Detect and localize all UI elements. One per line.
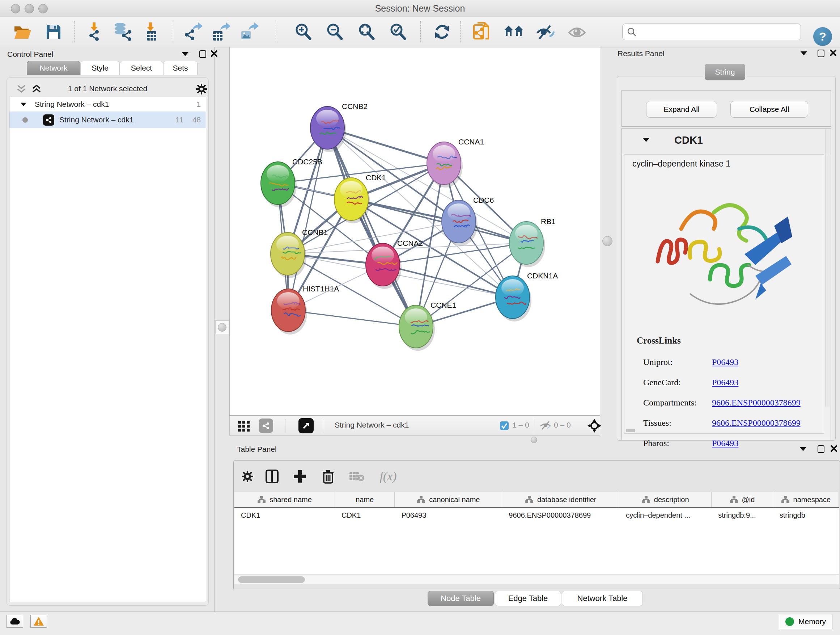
hide-selected-button[interactable] [534, 21, 557, 42]
export-network-button[interactable] [182, 21, 205, 42]
search-input[interactable] [639, 25, 796, 38]
hidden-eye-slash-icon[interactable] [539, 418, 552, 433]
gear-icon[interactable] [195, 83, 208, 95]
fit-content-crosshair-icon[interactable] [587, 418, 602, 433]
section-expander-icon[interactable] [643, 138, 649, 142]
zoom-selected-button[interactable] [386, 21, 409, 42]
export-table-button[interactable] [210, 21, 233, 42]
edge-CCNB2-CCNE1[interactable] [327, 128, 416, 326]
tab-network-table[interactable]: Network Table [562, 591, 643, 606]
collapse-panel-icon[interactable] [801, 51, 807, 55]
close-panel-icon[interactable] [211, 50, 218, 57]
network-snapshot-button[interactable] [470, 21, 493, 42]
results-hscroll-thumb[interactable] [626, 429, 635, 432]
import-network-button[interactable] [83, 21, 106, 42]
node-CCNB1[interactable]: CCNB1 [271, 228, 328, 278]
zoom-in-button[interactable] [292, 21, 315, 42]
tab-node-table[interactable]: Node Table [428, 591, 494, 606]
zoom-out-button[interactable] [323, 21, 346, 42]
first-neighbors-button[interactable] [502, 21, 525, 42]
network-canvas[interactable]: CCNB2CCNA1CDC25BCDK1CDC6RB1CCNB1CCNA2CDK… [229, 47, 600, 416]
node-CDKN1A[interactable]: CDKN1A [496, 272, 558, 321]
tab-select[interactable]: Select [120, 61, 163, 75]
crosslink-value-link[interactable]: P06493 [712, 378, 738, 387]
function-builder-button[interactable]: f(x) [372, 466, 404, 486]
delete-column-button[interactable] [318, 466, 338, 486]
column-header-namespace[interactable]: namespace [773, 492, 839, 507]
column-header-shared-name[interactable]: shared name [234, 492, 335, 507]
expand-all-button[interactable]: Expand All [646, 101, 717, 118]
search-box[interactable] [622, 24, 801, 40]
table-settings-button[interactable] [237, 466, 257, 486]
tree-expander-icon[interactable] [21, 103, 26, 106]
show-columns-button[interactable] [262, 466, 282, 486]
node-count: 11 [175, 116, 183, 124]
show-all-button[interactable] [565, 21, 589, 42]
float-panel-icon[interactable] [818, 445, 824, 453]
birds-eye-view-icon[interactable] [298, 418, 314, 433]
gene-section-header[interactable]: CDK1 [622, 128, 831, 154]
delete-table-button[interactable] [347, 466, 367, 486]
column-label: shared name [270, 496, 312, 504]
column-header-database-identifier[interactable]: database identifier [502, 492, 619, 507]
column-header-name[interactable]: name [335, 492, 395, 507]
open-session-button[interactable] [11, 21, 34, 42]
zoom-fit-button[interactable] [355, 21, 378, 42]
edge-CDK1-RB1[interactable] [351, 199, 526, 243]
node-CDC6[interactable]: CDC6 [442, 196, 494, 246]
tab-style[interactable]: Style [80, 61, 120, 75]
column-header-description[interactable]: description [619, 492, 712, 507]
table-row[interactable]: CDK1CDK1P064939606.ENSP00000378699cyclin… [234, 508, 839, 523]
column-header--id[interactable]: @id [712, 492, 773, 507]
tab-edge-table[interactable]: Edge Table [495, 591, 561, 606]
import-table-button[interactable] [140, 21, 163, 42]
save-session-button[interactable] [42, 21, 65, 42]
crosslink-value-link[interactable]: 9606.ENSP00000378699 [712, 398, 801, 408]
float-panel-icon[interactable] [818, 50, 824, 57]
network-share-icon[interactable] [259, 418, 273, 433]
tab-network[interactable]: Network [27, 61, 80, 75]
warning-status-button[interactable] [30, 615, 47, 628]
tab-sets[interactable]: Sets [163, 61, 197, 75]
results-vscroll[interactable] [825, 129, 830, 407]
hidden-counts: 0 – 0 [554, 421, 571, 429]
close-panel-icon[interactable] [831, 445, 837, 452]
table-hscroll[interactable] [234, 575, 839, 584]
collapse-panel-icon[interactable] [182, 52, 188, 56]
refresh-view-button[interactable] [431, 21, 454, 42]
edge-CCNB2-HIST1H1A[interactable] [288, 128, 327, 310]
crosslink-row: Uniprot: P06493 [643, 352, 817, 372]
network-collection-row[interactable]: String Network – cdk1 1 [9, 97, 206, 111]
grid-view-icon[interactable] [237, 418, 251, 433]
float-panel-icon[interactable] [199, 50, 206, 58]
column-header-canonical-name[interactable]: canonical name [395, 492, 502, 507]
memory-button[interactable]: Memory [779, 614, 832, 629]
node-RB1[interactable]: RB1 [509, 217, 556, 267]
node-CCNA1[interactable]: CCNA1 [427, 138, 484, 187]
crosslink-value-link[interactable]: 9606.ENSP00000378699 [712, 418, 801, 428]
cloud-status-button[interactable] [6, 615, 23, 628]
node-CCNB2[interactable]: CCNB2 [310, 102, 368, 152]
edge-HIST1H1A-CCNE1[interactable] [288, 310, 416, 326]
import-network-database-button[interactable] [111, 21, 134, 42]
network-row[interactable]: String Network – cdk1 11 48 [9, 111, 206, 128]
table-hscroll-thumb[interactable] [238, 576, 305, 583]
node-HIST1H1A[interactable]: HIST1H1A [271, 285, 339, 334]
export-image-button[interactable] [238, 21, 261, 42]
create-column-button[interactable] [290, 466, 310, 486]
node-label-CCNB1: CCNB1 [302, 228, 328, 236]
help-button[interactable]: ? [813, 27, 832, 46]
selected-checkbox-icon[interactable] [500, 418, 509, 433]
node-CDC25B[interactable]: CDC25B [261, 157, 322, 207]
tab-string[interactable]: String [705, 64, 745, 80]
bottom-splitter-handle[interactable] [531, 437, 537, 443]
crosslink-value-link[interactable]: P06493 [712, 357, 738, 367]
right-splitter-handle[interactable] [602, 236, 613, 246]
close-panel-icon[interactable] [830, 50, 836, 56]
left-splitter-handle[interactable] [215, 320, 229, 334]
delete-table-icon [349, 470, 365, 482]
collapse-panel-icon[interactable] [800, 447, 806, 451]
column-type-icon [417, 496, 425, 504]
collapse-all-button[interactable]: Collapse All [730, 101, 808, 118]
node-CCNE1[interactable]: CCNE1 [399, 301, 456, 351]
